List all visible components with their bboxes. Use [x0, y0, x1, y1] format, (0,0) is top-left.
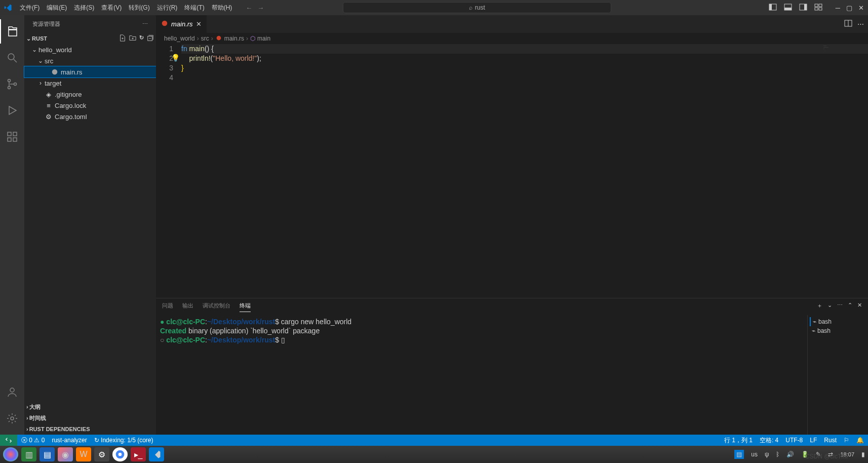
panel-maximize-icon[interactable]: ⌃	[848, 302, 852, 312]
explorer-sidebar: 资源管理器 ⋯ ⌄ RUST ↻ ⌄hello_world ⌄src main.…	[24, 15, 156, 435]
breadcrumb[interactable]: hello_world› src› main.rs› ⬡ main	[156, 33, 868, 44]
workspace-name: RUST	[32, 35, 47, 42]
layout-customize-icon[interactable]	[814, 3, 822, 13]
activity-source-control-icon[interactable]	[0, 72, 24, 96]
app-terminal[interactable]: ▸_	[131, 447, 146, 461]
status-problems[interactable]: ⓧ 0 ⚠ 0	[21, 436, 45, 445]
tab-close-icon[interactable]: ✕	[196, 20, 202, 28]
editor-area: main.rs ✕ ⋯ hello_world› src› main.rs› ⬡…	[156, 15, 868, 435]
timeline-section[interactable]: ›时间线	[24, 412, 156, 423]
app-browser-1[interactable]: ◉	[58, 447, 73, 461]
tree-file-main-rs[interactable]: main.rs	[24, 66, 156, 78]
layout-bottom-icon[interactable]	[784, 3, 792, 13]
terminal-dropdown-icon[interactable]: ⌄	[827, 302, 832, 312]
menu-run[interactable]: 运行(R)	[153, 4, 181, 12]
new-file-icon[interactable]	[119, 34, 126, 43]
new-folder-icon[interactable]	[129, 34, 136, 43]
tray-battery-icon[interactable]: 🔋	[801, 451, 809, 458]
panel-tab-debug-console[interactable]: 调试控制台	[203, 302, 230, 312]
terminal-item-1[interactable]: ⌁bash	[810, 317, 866, 326]
menu-selection[interactable]: 选择(S)	[70, 4, 98, 12]
svg-rect-15	[8, 132, 11, 136]
lock-file-icon: ≡	[45, 101, 53, 109]
tree-file-cargo-toml[interactable]: ⚙Cargo.toml	[24, 111, 156, 122]
app-start[interactable]	[3, 447, 18, 461]
app-wps[interactable]: W	[76, 447, 91, 461]
status-eol[interactable]: LF	[810, 437, 817, 444]
code-editor[interactable]: 1 2 3 4 💡 fn main() { println!("Hello, w…	[156, 44, 868, 298]
remote-indicator[interactable]	[0, 435, 17, 446]
tray-keyboard-layout[interactable]: us	[751, 451, 758, 458]
tray-bluetooth-icon[interactable]: ᛒ	[776, 451, 779, 458]
activity-account-icon[interactable]	[0, 380, 24, 404]
activity-run-debug-icon[interactable]	[0, 98, 24, 123]
tree-folder-target[interactable]: ›target	[24, 78, 156, 89]
activity-settings-icon[interactable]	[0, 406, 24, 431]
tray-clock[interactable]: 18:07	[840, 451, 854, 457]
folder-section-header[interactable]: ⌄ RUST ↻	[24, 33, 156, 44]
status-rust-analyzer[interactable]: rust-analyzer	[52, 437, 87, 444]
minimize-icon[interactable]: ─	[836, 4, 840, 12]
tray-show-desktop-icon[interactable]: ▮	[861, 451, 865, 458]
status-feedback-icon[interactable]: ⚐	[844, 437, 849, 444]
status-indexing[interactable]: ↻ Indexing: 1/5 (core)	[94, 437, 153, 444]
status-language[interactable]: Rust	[824, 437, 837, 444]
tray-volume-icon[interactable]: 🔊	[786, 451, 794, 458]
menu-file[interactable]: 文件(F)	[16, 4, 43, 12]
sidebar-title: 资源管理器	[32, 20, 60, 28]
app-vscode[interactable]	[149, 447, 164, 461]
nav-forward-icon[interactable]: →	[257, 4, 264, 12]
close-icon[interactable]: ✕	[858, 4, 864, 12]
status-encoding[interactable]: UTF-8	[785, 437, 803, 444]
layout-secondary-icon[interactable]	[799, 3, 807, 13]
tree-folder-hello-world[interactable]: ⌄hello_world	[24, 44, 156, 55]
code-content[interactable]: 💡 fn main() { println!("Hello, world!");…	[181, 44, 868, 298]
tray-edit-icon[interactable]: ✎	[816, 451, 821, 458]
status-spaces[interactable]: 空格: 4	[760, 436, 778, 445]
menu-view[interactable]: 查看(V)	[98, 4, 125, 12]
panel-more-icon[interactable]: ⋯	[837, 302, 843, 312]
new-terminal-icon[interactable]: ＋	[817, 302, 822, 312]
tray-network-icon[interactable]: ⇄	[828, 451, 833, 458]
app-files[interactable]: ▤	[40, 447, 55, 461]
panel-tab-terminal[interactable]: 终端	[240, 302, 251, 312]
rust-deps-section[interactable]: ›RUST DEPENDENCIES	[24, 423, 156, 435]
minimap[interactable]: ▬▬▬▬▬▬▬▬▬	[822, 44, 868, 59]
toml-file-icon: ⚙	[45, 112, 53, 121]
maximize-icon[interactable]: ▢	[846, 4, 852, 12]
panel-close-icon[interactable]: ✕	[857, 302, 862, 312]
split-editor-icon[interactable]	[844, 19, 852, 29]
panel-tab-output[interactable]: 输出	[182, 302, 193, 312]
tree-folder-src[interactable]: ⌄src	[24, 55, 156, 66]
command-center[interactable]: ⌕ rust	[343, 2, 611, 13]
collapse-all-icon[interactable]	[147, 34, 154, 43]
app-chrome[interactable]	[112, 447, 128, 461]
refresh-icon[interactable]: ↻	[139, 34, 144, 43]
cursor: ▯	[281, 336, 285, 344]
nav-back-icon[interactable]: ←	[246, 4, 252, 12]
layout-primary-icon[interactable]	[769, 3, 777, 13]
menu-help[interactable]: 帮助(H)	[208, 4, 236, 12]
outline-section[interactable]: ›大纲	[24, 401, 156, 412]
status-cursor-pos[interactable]: 行 1，列 1	[724, 436, 753, 445]
menu-go[interactable]: 转到(G)	[125, 4, 153, 12]
menu-terminal[interactable]: 终端(T)	[181, 4, 208, 12]
tree-file-gitignore[interactable]: ◈.gitignore	[24, 89, 156, 100]
app-settings[interactable]: ⚙	[94, 447, 109, 461]
activity-explorer-icon[interactable]	[0, 19, 24, 44]
tray-usb-icon[interactable]: ψ	[765, 451, 769, 458]
lightbulb-icon[interactable]: 💡	[171, 54, 180, 62]
tray-input-icon[interactable]: ▤	[734, 450, 744, 459]
tab-main-rs[interactable]: main.rs ✕	[156, 15, 207, 33]
activity-search-icon[interactable]	[0, 46, 24, 70]
terminal[interactable]: ● clc@clc-PC:~/Desktop/work/rust$ cargo …	[156, 315, 807, 435]
terminal-item-2[interactable]: ⌁bash	[810, 326, 866, 335]
activity-extensions-icon[interactable]	[0, 125, 24, 149]
sidebar-more-icon[interactable]: ⋯	[142, 21, 148, 27]
status-bell-icon[interactable]: 🔔	[856, 437, 864, 444]
menu-edit[interactable]: 编辑(E)	[43, 4, 70, 12]
panel-tab-problems[interactable]: 问题	[162, 302, 173, 312]
tree-file-cargo-lock[interactable]: ≡Cargo.lock	[24, 100, 156, 111]
app-show-desktop[interactable]: ▥	[21, 447, 36, 461]
editor-more-icon[interactable]: ⋯	[857, 20, 864, 28]
